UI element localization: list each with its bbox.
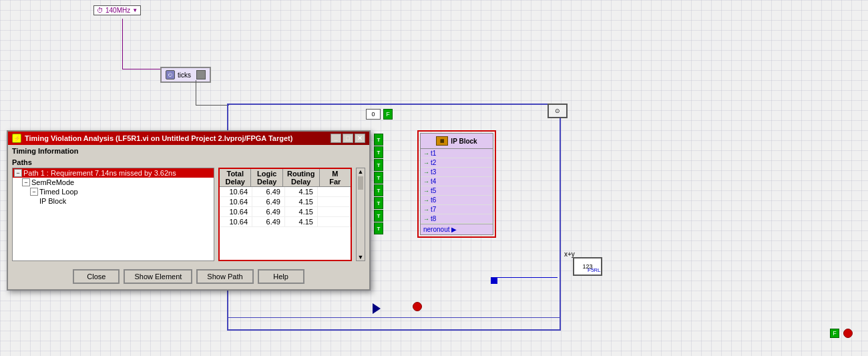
cell-total-4: 10.64 xyxy=(220,217,252,226)
tree-item-timedloop[interactable]: − Timed Loop xyxy=(13,187,214,196)
wire-to-xy xyxy=(497,277,558,278)
ticks-block: ⏲ ticks xyxy=(160,67,211,83)
cell-total-3: 10.64 xyxy=(220,207,252,216)
ip-port-t5: →t5 xyxy=(421,186,493,196)
t-box-3: T xyxy=(374,159,383,171)
dialog-maximize-btn[interactable]: □ xyxy=(343,134,353,143)
ip-port-t6: →t6 xyxy=(421,196,493,205)
scroll-down-btn[interactable]: ▼ xyxy=(357,254,365,260)
col-m-far: MFar xyxy=(320,169,351,186)
cell-routing-1: 4.15 xyxy=(285,187,318,196)
dialog-close-btn[interactable]: ✕ xyxy=(355,134,365,143)
dialog-title-left: ⚡ Timing Violation Analysis (LF5R1.vi on… xyxy=(12,134,292,143)
stop-icon[interactable] xyxy=(413,302,422,311)
scroll-up-btn[interactable]: ▲ xyxy=(357,168,365,175)
data-row-4: 10.64 6.49 4.15 xyxy=(220,217,351,227)
num-value: 0 xyxy=(371,111,375,118)
timedloop-expand-icon[interactable]: − xyxy=(30,188,38,196)
num-box: 0 xyxy=(366,109,381,120)
br-f-box: F xyxy=(830,329,839,338)
show-path-button[interactable]: Show Path xyxy=(196,269,253,284)
tree-item-path1[interactable]: − Path 1 : Requirement 7.14ns missed by … xyxy=(13,168,214,178)
clock-wire xyxy=(122,19,123,69)
t-box-7: T xyxy=(374,210,383,222)
ip-port-t7: →t7 xyxy=(421,205,493,214)
scroll-thumb[interactable] xyxy=(358,176,363,190)
wire-h1 xyxy=(122,69,162,69)
play-icon[interactable] xyxy=(373,303,381,314)
tree-item-timedloop-label: Timed Loop xyxy=(39,188,78,196)
f-label: F xyxy=(386,111,390,118)
dialog-footer: Close Show Element Show Path Help xyxy=(8,264,369,289)
data-table-header: TotalDelay LogicDelay RoutingDelay MFar xyxy=(220,169,351,187)
paths-table-container: − Path 1 : Requirement 7.14ns missed by … xyxy=(12,168,365,261)
t-box-1: T xyxy=(374,134,383,146)
cell-far-3 xyxy=(318,207,351,216)
path1-expand-icon[interactable]: − xyxy=(14,169,22,177)
xy-sub-label: F5RL xyxy=(588,267,601,273)
ip-port-t4: →t4 xyxy=(421,177,493,186)
help-button[interactable]: Help xyxy=(258,269,304,284)
t-boxes-container: T T T T T T T T xyxy=(374,134,383,234)
scrollbar[interactable]: ▲ ▼ xyxy=(356,168,365,261)
t-box-6: T xyxy=(374,197,383,209)
ticks-icon: ⏲ xyxy=(166,70,175,79)
cell-logic-4: 6.49 xyxy=(252,217,285,226)
ticks-wire-v xyxy=(196,80,196,106)
tree-item-ipblock-label: IP Block xyxy=(39,197,66,205)
ip-block-label: IP Block xyxy=(451,138,477,145)
data-row-3: 10.64 6.49 4.15 xyxy=(220,207,351,217)
show-element-button[interactable]: Show Element xyxy=(124,269,192,284)
f-box: F xyxy=(383,109,393,120)
t-box-4: T xyxy=(374,172,383,184)
dialog-content: Paths − Path 1 : Requirement 7.14ns miss… xyxy=(8,156,369,264)
data-table: TotalDelay LogicDelay RoutingDelay MFar … xyxy=(218,168,352,261)
ip-block-header: ▦ IP Block xyxy=(421,134,493,149)
ip-port-t8: →t8 xyxy=(421,214,493,224)
tree-item-semremode[interactable]: − SemReMode xyxy=(13,178,214,187)
t-box-2: T xyxy=(374,146,383,158)
ip-port-neronout: neronout ▶ xyxy=(421,224,493,234)
ip-port-t1: →t1 xyxy=(421,149,493,158)
ip-block[interactable]: ▦ IP Block →t1 →t2 →t3 →t4 →t5 →t6 →t7 →… xyxy=(420,133,493,235)
tree-item-ipblock[interactable]: IP Block xyxy=(13,196,214,206)
conn-box xyxy=(491,277,497,284)
tree-item-path1-label: Path 1 : Requirement 7.14ns missed by 3.… xyxy=(23,169,176,177)
col-total-delay: TotalDelay xyxy=(220,169,251,186)
ticks-wire-h xyxy=(196,105,229,106)
ticks-control[interactable] xyxy=(196,70,206,79)
close-button[interactable]: Close xyxy=(73,269,120,284)
semremode-expand-icon[interactable]: − xyxy=(22,178,30,186)
col-routing-delay: RoutingDelay xyxy=(283,169,320,186)
cell-far-2 xyxy=(318,197,351,206)
clock-icon: ⏱ xyxy=(97,7,103,14)
small-box-top-right: ⊙ xyxy=(548,104,568,118)
timing-info-label: Timing Information xyxy=(8,145,369,156)
tree-panel[interactable]: − Path 1 : Requirement 7.14ns missed by … xyxy=(12,168,214,261)
t-box-5: T xyxy=(374,184,383,196)
br-f-label: F xyxy=(833,330,837,337)
small-box-icon: ⊙ xyxy=(555,108,560,114)
dialog-minimize-btn[interactable]: _ xyxy=(331,134,341,143)
cell-logic-3: 6.49 xyxy=(252,207,285,216)
paths-header: Paths xyxy=(12,158,365,166)
ip-port-t3: →t3 xyxy=(421,168,493,177)
cell-logic-1: 6.49 xyxy=(252,187,285,196)
t-box-8: T xyxy=(374,222,383,234)
ip-port-t2: →t2 xyxy=(421,158,493,168)
bottom-wire xyxy=(227,317,561,318)
cell-routing-4: 4.15 xyxy=(285,217,318,226)
cell-far-1 xyxy=(318,187,351,196)
dialog-window-controls[interactable]: _ □ ✕ xyxy=(331,134,365,143)
cell-routing-2: 4.15 xyxy=(285,197,318,206)
cell-far-4 xyxy=(318,217,351,226)
ip-block-icon: ▦ xyxy=(436,136,448,146)
data-row-1: 10.64 6.49 4.15 xyxy=(220,187,351,197)
ticks-label: ticks xyxy=(178,71,191,79)
cell-routing-3: 4.15 xyxy=(285,207,318,216)
col-logic-delay: LogicDelay xyxy=(251,169,282,186)
clock-block[interactable]: ⏱ 140MHz ▼ xyxy=(93,5,141,15)
clock-label: 140MHz xyxy=(105,7,130,14)
ip-block-container: ▦ IP Block →t1 →t2 →t3 →t4 →t5 →t6 →t7 →… xyxy=(417,130,496,238)
timing-violation-dialog: ⚡ Timing Violation Analysis (LF5R1.vi on… xyxy=(7,130,371,291)
